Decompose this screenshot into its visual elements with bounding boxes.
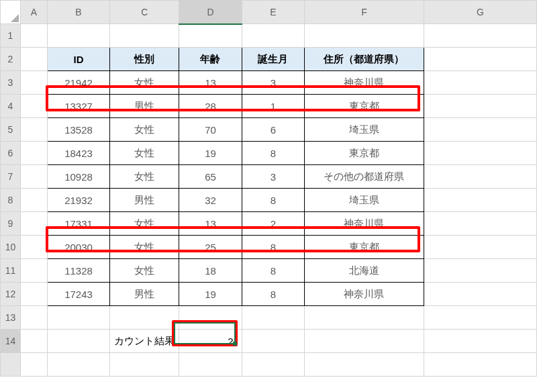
cell-E7[interactable]: 3	[242, 165, 305, 189]
cell-F8[interactable]: 埼玉県	[305, 189, 424, 212]
column-header-B[interactable]: B	[47, 1, 110, 24]
cell-D13[interactable]	[179, 306, 242, 330]
cell-E2[interactable]: 誕生月	[242, 48, 305, 71]
cell-D12[interactable]: 19	[179, 283, 242, 306]
cell-G1[interactable]	[424, 24, 536, 48]
cell-F6[interactable]: 東京都	[305, 142, 424, 165]
row-header-8[interactable]: 8	[1, 189, 21, 212]
cell-B15[interactable]	[47, 353, 110, 377]
cell-G12[interactable]	[424, 283, 536, 306]
cell-E8[interactable]: 8	[242, 189, 305, 212]
cell-B13[interactable]	[47, 306, 110, 330]
cell-G8[interactable]	[424, 189, 536, 212]
column-header-F[interactable]: F	[305, 1, 424, 24]
cell-A12[interactable]	[20, 283, 47, 306]
cell-G6[interactable]	[424, 142, 536, 165]
cell-F4[interactable]: 東京都	[305, 95, 424, 118]
row-header-10[interactable]: 10	[1, 236, 21, 259]
row-header-6[interactable]: 6	[1, 142, 21, 165]
cell-E12[interactable]: 8	[242, 283, 305, 306]
column-header-A[interactable]: A	[20, 1, 47, 24]
cell-B4[interactable]: 13327	[47, 95, 110, 118]
cell-D6[interactable]: 19	[179, 142, 242, 165]
cell-E10[interactable]: 8	[242, 236, 305, 259]
row-header-5[interactable]: 5	[1, 118, 21, 142]
cell-C4[interactable]: 男性	[110, 95, 179, 118]
cell-F2[interactable]: 住所（都道府県）	[305, 48, 424, 71]
cell-B3[interactable]: 21942	[47, 71, 110, 95]
cell-D15[interactable]	[179, 353, 242, 377]
cell-C8[interactable]: 男性	[110, 189, 179, 212]
cell-B6[interactable]: 18423	[47, 142, 110, 165]
row-header-4[interactable]: 4	[1, 95, 21, 118]
cell-A3[interactable]	[20, 71, 47, 95]
cell-D4[interactable]: 28	[179, 95, 242, 118]
cell-F3[interactable]: 神奈川県	[305, 71, 424, 95]
cell-A14[interactable]	[20, 330, 47, 353]
row-header-2[interactable]: 2	[1, 48, 21, 71]
cell-C9[interactable]: 女性	[110, 212, 179, 236]
cell-A1[interactable]	[20, 24, 47, 48]
cell-D3[interactable]: 13	[179, 71, 242, 95]
cell-G10[interactable]	[424, 236, 536, 259]
row-header-15[interactable]	[1, 353, 21, 377]
cell-A7[interactable]	[20, 165, 47, 189]
cell-F5[interactable]: 埼玉県	[305, 118, 424, 142]
row-header-14[interactable]: 14	[1, 330, 21, 353]
cell-D11[interactable]: 18	[179, 259, 242, 283]
row-header-11[interactable]: 11	[1, 259, 21, 283]
cell-C10[interactable]: 女性	[110, 236, 179, 259]
cell-E13[interactable]	[242, 306, 305, 330]
cell-B10[interactable]: 20030	[47, 236, 110, 259]
cell-E4[interactable]: 1	[242, 95, 305, 118]
cell-B5[interactable]: 13528	[47, 118, 110, 142]
column-header-D[interactable]: D	[179, 1, 242, 24]
cell-F1[interactable]	[305, 24, 424, 48]
cell-C3[interactable]: 女性	[110, 71, 179, 95]
cell-B11[interactable]: 11328	[47, 259, 110, 283]
cell-G3[interactable]	[424, 71, 536, 95]
cell-B9[interactable]: 17331	[47, 212, 110, 236]
cell-F13[interactable]	[305, 306, 424, 330]
cell-B12[interactable]: 17243	[47, 283, 110, 306]
cell-C7[interactable]: 女性	[110, 165, 179, 189]
cell-G11[interactable]	[424, 259, 536, 283]
row-header-13[interactable]: 13	[1, 306, 21, 330]
cell-C2[interactable]: 性別	[110, 48, 179, 71]
select-all-corner[interactable]	[1, 1, 21, 24]
cell-A11[interactable]	[20, 259, 47, 283]
cell-G15[interactable]	[424, 353, 536, 377]
column-header-C[interactable]: C	[110, 1, 179, 24]
cell-G2[interactable]	[424, 48, 536, 71]
cell-B14[interactable]	[47, 330, 110, 353]
cell-D8[interactable]: 32	[179, 189, 242, 212]
cell-F15[interactable]	[305, 353, 424, 377]
row-header-1[interactable]: 1	[1, 24, 21, 48]
cell-D2[interactable]: 年齢	[179, 48, 242, 71]
row-header-9[interactable]: 9	[1, 212, 21, 236]
cell-D10[interactable]: 25	[179, 236, 242, 259]
cell-B1[interactable]	[47, 24, 110, 48]
cell-D9[interactable]: 13	[179, 212, 242, 236]
cell-G7[interactable]	[424, 165, 536, 189]
cell-D7[interactable]: 65	[179, 165, 242, 189]
cell-E1[interactable]	[242, 24, 305, 48]
cell-A8[interactable]	[20, 189, 47, 212]
cell-E15[interactable]	[242, 353, 305, 377]
cell-C11[interactable]: 女性	[110, 259, 179, 283]
cell-F9[interactable]: 神奈川県	[305, 212, 424, 236]
cell-F11[interactable]: 北海道	[305, 259, 424, 283]
cell-E3[interactable]: 3	[242, 71, 305, 95]
cell-C6[interactable]: 女性	[110, 142, 179, 165]
cell-C15[interactable]	[110, 353, 179, 377]
cell-A5[interactable]	[20, 118, 47, 142]
row-header-7[interactable]: 7	[1, 165, 21, 189]
cell-A15[interactable]	[20, 353, 47, 377]
row-header-12[interactable]: 12	[1, 283, 21, 306]
cell-G5[interactable]	[424, 118, 536, 142]
cell-G9[interactable]	[424, 212, 536, 236]
cell-E6[interactable]: 8	[242, 142, 305, 165]
cell-C1[interactable]	[110, 24, 179, 48]
cell-C5[interactable]: 女性	[110, 118, 179, 142]
row-header-3[interactable]: 3	[1, 71, 21, 95]
